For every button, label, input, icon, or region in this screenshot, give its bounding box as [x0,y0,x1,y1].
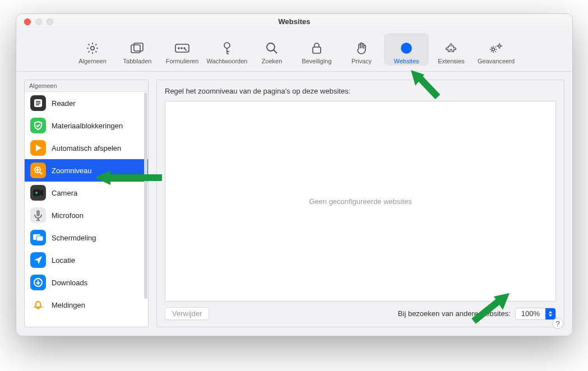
content-area: Algemeen ReaderMateriaalblokkeringenAuto… [16,72,572,335]
scrollbar[interactable] [144,92,147,299]
tabs-icon [127,41,147,55]
svg-marker-18 [36,145,41,151]
configured-websites-list[interactable]: Geen geconfigureerde websites [165,101,556,302]
svg-point-22 [35,192,38,194]
gears-icon [486,41,506,55]
sidebar-section-header: Algemeen [25,80,148,92]
svg-rect-9 [313,47,321,53]
mic-icon [30,207,46,223]
instruction-label: Regel het zoomniveau van de pagina's op … [165,87,556,95]
download-icon [30,275,46,290]
toolbar-tab-privacy[interactable]: Privacy [339,33,384,66]
sidebar-item-label: Camera [52,189,77,197]
sidebar-item-label: Reader [52,99,76,108]
preferences-toolbar: AlgemeenTabbladenFormulierenWachtwoorden… [16,30,572,72]
main-panel: Regel het zoomniveau van de pagina's op … [156,80,564,327]
gear-icon [82,41,103,55]
svg-rect-2 [134,43,143,51]
svg-rect-25 [36,236,43,241]
location-icon [30,252,46,268]
toolbar-tab-forms[interactable]: Formulieren [160,33,205,66]
shield-icon [30,118,46,133]
camera-icon [30,185,46,201]
other-sites-label: Bij bezoeken van andere websites: [398,309,511,318]
toolbar-tab-security[interactable]: Beveiliging [294,33,339,66]
screens-icon [30,230,46,245]
toolbar-tab-search[interactable]: Zoeken [249,33,294,66]
svg-rect-23 [36,210,40,216]
delete-button[interactable]: Verwijder [165,307,209,320]
sidebar-item-location[interactable]: Locatie [25,249,148,271]
svg-rect-17 [36,104,39,105]
svg-point-4 [178,48,179,49]
sidebar-item-label: Materiaalblokkeringen [52,122,123,130]
hand-icon [351,41,372,55]
svg-rect-15 [36,101,40,102]
svg-point-7 [224,43,230,48]
toolbar-tab-label: Extensies [438,58,465,64]
play-icon [30,140,46,156]
toolbar-tab-general[interactable]: Algemeen [70,33,115,66]
puzzle-icon [441,41,461,55]
svg-point-6 [184,48,185,49]
form-icon [172,41,192,55]
sidebar-item-label: Locatie [52,256,75,265]
preferences-window: Websites AlgemeenTabbladenFormulierenWac… [16,13,573,336]
toolbar-tab-advanced[interactable]: Geavanceerd [474,33,518,66]
svg-point-13 [498,45,501,47]
sidebar-item-label: Downloads [52,279,87,287]
stepper-arrows-icon [545,308,555,319]
toolbar-tab-passwords[interactable]: Wachtwoorden [205,33,249,66]
svg-rect-1 [131,45,140,53]
window-title: Websites [16,17,572,26]
toolbar-tab-label: Geavanceerd [478,58,515,64]
svg-point-5 [181,48,182,49]
panel-footer: Verwijder Bij bezoeken van andere websit… [165,307,556,320]
toolbar-tab-label: Privacy [351,58,372,64]
toolbar-tab-tabs[interactable]: Tabbladen [115,33,160,66]
help-button[interactable]: ? [552,318,563,329]
zoom-level-value: 100% [516,309,545,318]
zoom-level-select[interactable]: 100% [515,308,556,320]
zoom-icon [30,163,46,178]
lock-icon [307,41,327,55]
toolbar-tab-label: Websites [393,58,419,64]
sidebar-item-screenshare[interactable]: Schermdeling [25,226,148,249]
sidebar-item-blockers[interactable]: Materiaalblokkeringen [25,114,148,137]
toolbar-tab-label: Beveiliging [302,58,331,64]
svg-point-12 [492,48,495,51]
search-icon [262,41,282,55]
svg-point-8 [267,43,275,51]
svg-marker-21 [40,189,43,196]
svg-point-0 [91,47,94,50]
toolbar-tab-label: Tabbladen [123,58,152,64]
sidebar-item-label: Zoomniveau [52,166,92,175]
default-zoom-controls: Bij bezoeken van andere websites: 100% [398,308,556,320]
sidebar-item-microphone[interactable]: Microfoon [25,204,148,226]
svg-rect-16 [36,103,40,104]
sidebar-item-label: Schermdeling [52,234,96,242]
toolbar-tab-extensions[interactable]: Extensies [429,33,474,66]
sidebar-item-downloads[interactable]: Downloads [25,271,148,294]
reader-icon [30,95,46,111]
toolbar-tab-label: Zoeken [262,58,283,64]
empty-state-label: Geen geconfigureerde websites [309,197,412,206]
sidebar-item-camera[interactable]: Camera [25,182,148,204]
sidebar-item-label: Automatisch afspelen [52,144,121,152]
sidebar-item-notifications[interactable]: Meldingen [25,294,148,316]
toolbar-tab-label: Algemeen [78,58,107,64]
sidebar-list[interactable]: ReaderMateriaalblokkeringenAutomatisch a… [25,92,148,326]
bell-icon [30,297,46,313]
sidebar-item-label: Microfoon [52,211,84,220]
toolbar-tab-websites[interactable]: Websites [384,33,429,66]
sidebar-item-label: Meldingen [52,301,85,309]
sidebar-item-autoplay[interactable]: Automatisch afspelen [25,137,148,159]
titlebar: Websites [16,14,572,30]
sidebar: Algemeen ReaderMateriaalblokkeringenAuto… [24,80,149,327]
toolbar-tab-label: Formulieren [166,58,199,64]
key-icon [217,41,237,55]
globe-icon [396,41,416,55]
sidebar-item-zoom[interactable]: Zoomniveau [25,159,148,182]
sidebar-item-reader[interactable]: Reader [25,92,148,114]
toolbar-tab-label: Wachtwoorden [207,58,248,64]
